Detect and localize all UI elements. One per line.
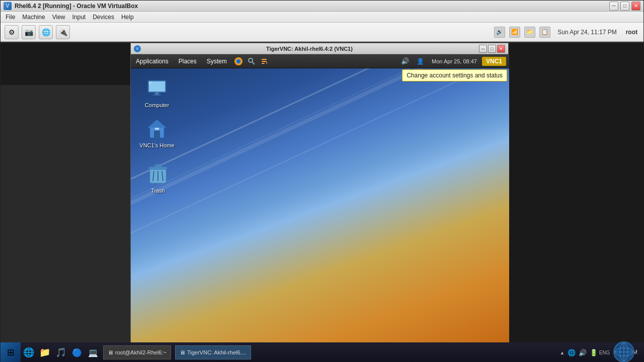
svg-rect-7 [262,63,265,64]
systray-expand-icon[interactable]: ▲ [560,350,565,355]
windows-logo-icon: ⊞ [7,347,15,358]
vbox-menu-machine[interactable]: Machine [19,13,48,22]
home-icon-image [145,117,169,141]
start-button[interactable]: ⊞ [1,342,21,362]
svg-point-3 [249,58,253,62]
panel-menu-system[interactable]: System [202,56,232,67]
vm-area: V TigerVNC: Akhil-rhel6.4:2 (VNC1) ─ □ ✕ [1,43,644,362]
panel-menu-places[interactable]: Places [174,56,202,67]
vbox-app-icon: V [4,2,12,10]
svg-point-2 [237,60,240,63]
taskbar-tigervnc-item[interactable]: 🖥 TigerVNC: Akhil-rhel6.... [175,345,251,359]
vbox-close-button[interactable]: ✕ [631,2,640,11]
search-icon[interactable] [246,56,257,67]
terminal-task-icon: 🖥 [108,349,113,355]
vbox-toolbar: ⚙ 📷 🌐 🔌 🔊 📶 📁 📋 Sun Apr 24, 11:17 PM roo… [1,23,643,42]
desktop-icon-computer[interactable]: Computer [137,74,177,111]
home-icon-label: VNC1's Home [139,142,174,149]
explorer-icon[interactable]: 📁 [37,343,53,361]
vbox-status-area: 🔊 📶 📁 📋 Sun Apr 24, 11:17 PM root [494,27,639,38]
desktop-icon-home[interactable]: VNC1's Home [137,115,177,151]
panel-left: Applications Places System [131,56,271,67]
vbox-clipboard-icon: 📋 [539,27,550,38]
computer-icon-image [145,76,169,101]
vbox-menu-devices[interactable]: Devices [90,13,117,22]
panel-menu-applications[interactable]: Applications [131,56,174,67]
svg-rect-19 [155,165,161,167]
rhel-desktop: Applications Places System [131,54,509,362]
systray-battery-icon[interactable]: 🔋 [589,348,598,357]
gnome-panel: Applications Places System [131,54,509,68]
browser-2-icon[interactable]: 🔵 [69,343,85,361]
vbox-shared-folders-icon: 📁 [524,27,535,38]
terminal-task-label: root@Akhil2-Rhel6:~ [115,349,167,355]
network-globe-icon [613,341,634,362]
host-left-panel [1,85,130,362]
svg-rect-14 [154,131,160,138]
desktop-background [131,54,509,362]
virtualbox-window: V Rhel6.4 2 [Running] - Oracle VM Virtua… [0,0,644,362]
vnc-minimize-button[interactable]: ─ [479,45,487,53]
desktop-icon-trash[interactable]: Trash [138,160,178,196]
vnc-icon: V [134,45,141,52]
vbox-window-title: Rhel6.4 2 [Running] - Oracle VM VirtualB… [15,3,138,10]
svg-line-4 [252,62,255,64]
vbox-network-status-icon: 📶 [509,27,520,38]
computer-icon-label: Computer [145,102,169,109]
panel-datetime: Mon Apr 25, 08:47 [429,58,480,64]
taskbar-right: ▲ 🌐 🔊 🔋 ENG 08:47 AM [560,348,644,357]
systray-volume-icon[interactable]: 🔊 [578,348,587,357]
svg-rect-10 [155,93,159,95]
tigervnc-task-label: TigerVNC: Akhil-rhel6.... [187,349,247,355]
terminal-icon[interactable]: 💻 [85,343,101,361]
taskbar-terminal-item[interactable]: 🖥 root@Akhil2-Rhel6:~ [103,345,171,359]
vnc-close-button[interactable]: ✕ [497,45,505,53]
edit-icon[interactable] [259,56,270,67]
vbox-menu-file[interactable]: File [3,13,18,22]
vbox-usb-icon[interactable]: 🔌 [56,25,70,39]
panel-right: 🔊 👤 Mon Apr 25, 08:47 VNC1 [398,56,509,67]
svg-marker-16 [148,120,166,128]
tigervnc-window[interactable]: V TigerVNC: Akhil-rhel6.4:2 (VNC1) ─ □ ✕ [130,43,509,362]
account-settings-tooltip: Change account settings and status [402,69,507,81]
svg-rect-5 [262,59,267,60]
ie-icon[interactable]: 🌐 [21,343,37,361]
vbox-network-icon[interactable]: 🌐 [39,25,53,39]
vbox-restore-button[interactable]: □ [620,2,629,11]
systray-network-icon[interactable]: 🌐 [567,348,576,357]
trash-icon-image [146,162,170,186]
vbox-menubar: File Machine View Input Devices Help [1,12,643,23]
systray-keyboard-icon[interactable]: ENG [600,348,609,357]
vbox-snapshot-button[interactable]: 📷 [22,25,36,39]
panel-volume-icon[interactable]: 🔊 [399,56,411,67]
svg-rect-11 [153,95,161,96]
vbox-window-controls: ─ □ ✕ [609,2,640,11]
tigervnc-task-icon: 🖥 [180,349,185,355]
vbox-menu-help[interactable]: Help [118,13,137,22]
vbox-minimize-button[interactable]: ─ [609,2,618,11]
firefox-icon[interactable] [233,56,244,67]
vbox-titlebar: V Rhel6.4 2 [Running] - Oracle VM Virtua… [1,1,643,12]
vnc-maximize-button[interactable]: □ [488,45,496,53]
vnc-titlebar: V TigerVNC: Akhil-rhel6.4:2 (VNC1) ─ □ ✕ [131,43,508,54]
vbox-datetime: Sun Apr 24, 11:17 PM [554,29,619,36]
vbox-user: root [624,29,639,36]
vbox-settings-button[interactable]: ⚙ [5,25,19,39]
panel-vnc-label[interactable]: VNC1 [482,57,506,66]
vbox-menu-view[interactable]: View [49,13,68,22]
vnc-window-title: TigerVNC: Akhil-rhel6.4:2 (VNC1) [141,46,478,52]
vbox-audio-icon: 🔊 [494,27,505,38]
host-taskbar: ⊞ 🌐 📁 🎵 🔵 💻 🖥 root@Akhil2-Rhel6:~ 🖥 Tige… [1,342,644,362]
panel-user-icon[interactable]: 👤 [415,56,426,67]
svg-rect-6 [262,61,267,62]
trash-icon-label: Trash [151,187,165,194]
media-icon[interactable]: 🎵 [53,343,69,361]
vbox-menu-input[interactable]: Input [69,13,89,22]
